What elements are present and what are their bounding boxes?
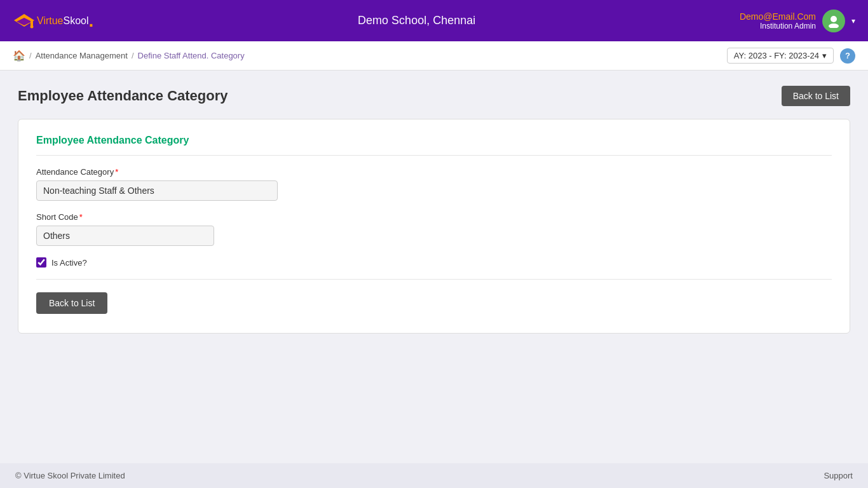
- user-email: Demo@Email.Com: [740, 11, 816, 22]
- breadcrumb-current-page: Define Staff Attend. Category: [138, 51, 245, 60]
- logo-skool-text: Skool: [64, 15, 89, 27]
- is-active-checkbox[interactable]: [36, 257, 46, 268]
- short-code-label: Short Code*: [36, 212, 832, 222]
- attendance-category-required: *: [115, 167, 118, 177]
- header: VirtueSkool. Demo School, Chennai Demo@E…: [0, 0, 868, 41]
- breadcrumb-attendance-mgmt[interactable]: Attendance Management: [36, 51, 128, 60]
- avatar[interactable]: [822, 10, 845, 32]
- user-dropdown-arrow[interactable]: ▾: [851, 17, 855, 25]
- logo-cap-icon: [13, 11, 36, 30]
- is-active-label: Is Active?: [51, 258, 87, 268]
- home-icon[interactable]: 🏠: [13, 50, 25, 62]
- svg-point-3: [31, 25, 34, 28]
- help-button[interactable]: ?: [840, 48, 855, 64]
- user-details: Demo@Email.Com Institution Admin: [740, 11, 816, 30]
- breadcrumb-bar: 🏠 / Attendance Management / Define Staff…: [0, 41, 868, 71]
- ay-selector[interactable]: AY: 2023 - FY: 2023-24 ▾: [727, 48, 834, 64]
- card-title: Employee Attendance Category: [36, 135, 832, 156]
- page-title: Employee Attendance Category: [18, 88, 228, 104]
- logo-virtue-text: Virtue: [37, 15, 64, 27]
- school-name: Demo School, Chennai: [358, 14, 475, 27]
- attendance-category-input[interactable]: [36, 180, 278, 201]
- logo: VirtueSkool.: [13, 11, 93, 31]
- breadcrumb-right: AY: 2023 - FY: 2023-24 ▾ ?: [727, 48, 855, 64]
- breadcrumb-sep-2: /: [132, 51, 134, 60]
- short-code-group: Short Code*: [36, 212, 832, 246]
- svg-point-4: [831, 16, 837, 22]
- card-footer: Back to List: [36, 279, 832, 314]
- back-to-list-bottom-button[interactable]: Back to List: [36, 292, 107, 314]
- user-role: Institution Admin: [740, 22, 816, 30]
- form-section: Attendance Category* Short Code* Is Acti…: [36, 167, 832, 268]
- short-code-required: *: [79, 212, 83, 222]
- breadcrumb-sep-1: /: [29, 51, 32, 60]
- main-content: Employee Attendance Category Back to Lis…: [0, 71, 868, 349]
- attendance-category-label: Attendance Category*: [36, 167, 832, 177]
- short-code-input[interactable]: [36, 226, 214, 246]
- is-active-group: Is Active?: [36, 257, 832, 268]
- logo-dot-text: .: [89, 11, 94, 31]
- page-title-row: Employee Attendance Category Back to Lis…: [18, 86, 850, 106]
- attendance-category-group: Attendance Category*: [36, 167, 832, 201]
- form-card: Employee Attendance Category Attendance …: [18, 119, 850, 334]
- footer-copyright: © Virtue Skool Private Limited: [15, 471, 125, 480]
- user-info-area: Demo@Email.Com Institution Admin ▾: [740, 10, 855, 32]
- back-to-list-top-button[interactable]: Back to List: [782, 86, 850, 106]
- footer-support[interactable]: Support: [824, 471, 853, 480]
- breadcrumb: 🏠 / Attendance Management / Define Staff…: [13, 50, 245, 62]
- svg-point-5: [829, 24, 839, 28]
- ay-dropdown-arrow: ▾: [822, 51, 827, 60]
- page-footer: © Virtue Skool Private Limited Support: [0, 463, 868, 488]
- ay-selector-label: AY: 2023 - FY: 2023-24: [734, 51, 819, 60]
